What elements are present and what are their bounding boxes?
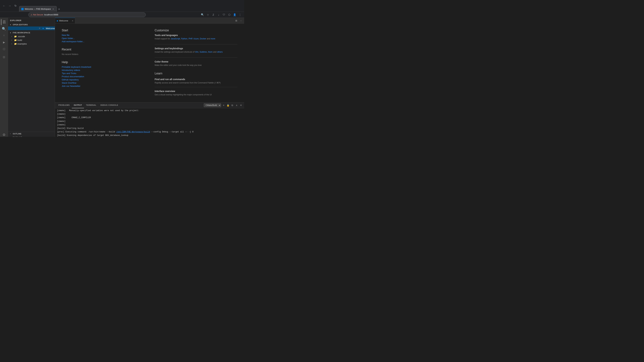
sublime-link[interactable]: Sublime: [200, 51, 207, 53]
bitwarden-btn[interactable]: Z: [211, 12, 216, 17]
js-link[interactable]: JavaScript: [170, 37, 180, 40]
gear-icon: ⚙: [2, 133, 6, 137]
activity-search[interactable]: 🔍: [1, 26, 7, 32]
download-btn[interactable]: ↓: [216, 12, 221, 17]
activity-run[interactable]: ▶: [1, 39, 7, 45]
python-link[interactable]: Python: [181, 37, 187, 40]
activity-extensions[interactable]: ⬡: [1, 46, 7, 52]
start-section: Start New file Open folder... Add worksp…: [62, 29, 144, 43]
editor-tab-welcome[interactable]: ■ Welcome ×: [55, 18, 75, 23]
forward-button[interactable]: →: [8, 3, 12, 8]
bookmark-btn[interactable]: ☆: [206, 12, 210, 17]
search-icon: 🔍: [2, 27, 6, 31]
stack-overflow-link[interactable]: Stack Overflow: [62, 82, 144, 84]
interface-title: Interface overview: [155, 90, 238, 92]
outline-toggle[interactable]: › Outline: [8, 132, 55, 135]
open-folder-link[interactable]: Open folder...: [62, 37, 144, 39]
others-link[interactable]: others: [217, 51, 222, 53]
search-browser-btn[interactable]: 🔍: [200, 12, 205, 17]
interface-desc: Get a visual overlay highlighting the ma…: [155, 93, 238, 96]
panel-tabs: PROBLEMS OUTPUT TERMINAL DEBUG CONSOLE C…: [55, 102, 244, 108]
activity-remote[interactable]: ⊡: [1, 54, 7, 60]
chevron-down-icon: ▾: [10, 24, 12, 26]
profile-btn[interactable]: 👤: [232, 12, 237, 17]
keyboard-cheatsheet-link[interactable]: Printable keyboard cheatsheet: [62, 66, 144, 68]
color-title: Color theme: [155, 60, 238, 63]
not-secure-label: ⚠ Not Secure: [30, 13, 43, 16]
tree-item-build[interactable]: › 📁 build: [8, 38, 55, 42]
browser-tab-close[interactable]: ×: [52, 8, 54, 10]
clear-output-btn[interactable]: ≡: [222, 103, 226, 107]
add-workspace-link[interactable]: Add workspace folder...: [62, 40, 144, 43]
output-line-6: [proc] Executing command: /usr/bin/cmake…: [55, 130, 244, 134]
open-editors-section: ▾ Open Editors ✕ ■ Welcome: [8, 22, 55, 30]
tab-close-icon[interactable]: ×: [72, 19, 73, 22]
settings-desc: Install the settings and keyboard shortc…: [155, 50, 238, 53]
welcome-panel: Start New file Open folder... Add worksp…: [55, 24, 244, 102]
browser-chrome: ← → ↻ Welcome — FHE-Workspace × +: [0, 0, 244, 12]
activity-source-control[interactable]: ⑂: [1, 32, 7, 38]
folder-vscode-label: .vscode: [18, 35, 25, 38]
build-path-link[interactable]: /opt/IBM/FHE-Workspace/build: [116, 131, 150, 133]
new-file-link[interactable]: New file: [62, 34, 144, 36]
reload-button[interactable]: ↻: [13, 3, 18, 8]
tips-and-tricks-link[interactable]: Tips and Tricks: [62, 72, 144, 75]
browser-tab-welcome[interactable]: Welcome — FHE-Workspace ×: [19, 6, 57, 12]
docker-link[interactable]: Docker: [200, 37, 206, 40]
help-heading: Help: [62, 60, 144, 64]
back-button[interactable]: ←: [2, 3, 6, 8]
menu-btn[interactable]: ⋮: [238, 12, 242, 17]
split-editor-btn[interactable]: ⊞: [234, 19, 238, 22]
panel-tab-problems[interactable]: PROBLEMS: [56, 102, 72, 108]
move-panel-up-btn[interactable]: ∧: [235, 103, 238, 107]
tree-item-vscode[interactable]: › 📁 .vscode: [8, 34, 55, 38]
vim-link[interactable]: Vim: [195, 51, 198, 53]
azure-link[interactable]: Azure: [193, 37, 198, 40]
customize-section: Customize Tools and languages Install su…: [155, 29, 238, 67]
outline-label: Outline: [13, 133, 22, 135]
lock-btn[interactable]: 🔒: [226, 103, 230, 107]
output-source-select[interactable]: CMake/Build: [204, 103, 221, 107]
chevron-right-icon-2: ›: [12, 39, 14, 41]
tools-desc-text: Install support for: [155, 37, 170, 40]
address-bar[interactable]: ⚠ Not Secure localhost:8888: [28, 12, 146, 17]
help-section: Help Printable keyboard cheatsheet Intro…: [62, 60, 144, 87]
github-repo-link[interactable]: GitHub repository: [62, 78, 144, 81]
color-desc: Make the editor and your code look the w…: [155, 64, 238, 67]
output-line-7: [build] Scanning dependencies of target …: [55, 134, 244, 137]
activity-settings[interactable]: ⚙: [1, 132, 7, 137]
tab-welcome-icon: ■: [57, 19, 58, 22]
panel-tab-terminal[interactable]: TERMINAL: [84, 102, 98, 108]
find-title: Find and run all commands: [155, 78, 238, 81]
php-link[interactable]: PHP: [188, 37, 192, 40]
open-editors-toggle[interactable]: ▾ Open Editors: [8, 23, 55, 26]
product-docs-link[interactable]: Product documentation: [62, 75, 144, 78]
extensions-icon: ⬡: [3, 47, 5, 51]
remote-icon: ⊡: [3, 55, 5, 59]
open-editor-welcome[interactable]: ✕ ■ Welcome: [8, 26, 55, 30]
new-tab-button[interactable]: +: [57, 7, 62, 11]
explorer-icon: ☶: [3, 20, 6, 24]
close-file-icon[interactable]: ✕: [39, 27, 40, 29]
newsletter-link[interactable]: Join our Newsletter: [62, 85, 144, 87]
tree-item-examples[interactable]: › 📁 examples: [8, 42, 55, 45]
activity-explorer[interactable]: ☶: [1, 19, 7, 25]
more-link[interactable]: more: [211, 37, 215, 40]
atom-link[interactable]: Atom: [208, 51, 212, 53]
workspace-label: FHE-WORKSPACE: [13, 32, 30, 34]
close-panel-btn[interactable]: ✕: [239, 103, 243, 107]
timeline-toggle[interactable]: › Timeline: [8, 135, 55, 137]
copy-output-btn[interactable]: ⧉: [230, 103, 234, 107]
output-line-0: [cmake] Manually-specified variables wer…: [55, 109, 244, 112]
color-theme-section: Color theme Make the editor and your cod…: [155, 60, 238, 67]
open-editors-label: Open Editors: [13, 24, 28, 26]
workspace-toggle[interactable]: ▾ FHE-WORKSPACE: [8, 31, 55, 34]
panel-actions: CMake/Build ≡ 🔒 ⧉ ∧ ✕: [204, 103, 243, 107]
introductory-videos-link[interactable]: Introductory videos: [62, 69, 144, 71]
chevron-right-timeline-icon: ›: [10, 136, 12, 137]
panel-tab-output[interactable]: OUTPUT: [72, 102, 84, 108]
extensions-btn[interactable]: ⬡: [227, 12, 232, 17]
more-actions-btn[interactable]: ···: [239, 19, 243, 22]
shield-btn[interactable]: 🛡: [222, 12, 226, 17]
panel-tab-debug-console[interactable]: DEBUG CONSOLE: [98, 102, 120, 108]
